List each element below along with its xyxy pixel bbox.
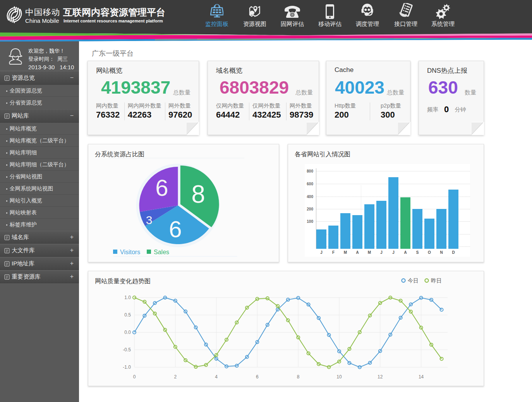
svg-text:1.0: 1.0: [124, 295, 131, 300]
svg-text:6: 6: [256, 374, 259, 380]
svg-text:8: 8: [297, 374, 300, 380]
svg-text:6: 6: [169, 216, 182, 242]
svg-text:4: 4: [215, 374, 218, 380]
svg-text:-1.0: -1.0: [123, 364, 131, 370]
svg-text:今日: 今日: [408, 277, 419, 284]
svg-text:Visitors: Visitors: [120, 249, 140, 255]
svg-text:12: 12: [378, 374, 383, 380]
svg-text:14: 14: [419, 374, 424, 380]
svg-text:0: 0: [133, 374, 136, 380]
svg-text:3: 3: [146, 214, 153, 226]
svg-text:8: 8: [191, 180, 205, 208]
svg-text:10: 10: [336, 374, 342, 380]
svg-text:Sales: Sales: [154, 249, 169, 255]
svg-text:-0.5: -0.5: [123, 347, 131, 352]
svg-text:6: 6: [155, 175, 168, 201]
svg-text:0.0: 0.0: [124, 330, 131, 335]
svg-text:0.5: 0.5: [124, 312, 131, 318]
svg-text:2: 2: [174, 374, 177, 380]
svg-text:昨日: 昨日: [431, 277, 442, 284]
